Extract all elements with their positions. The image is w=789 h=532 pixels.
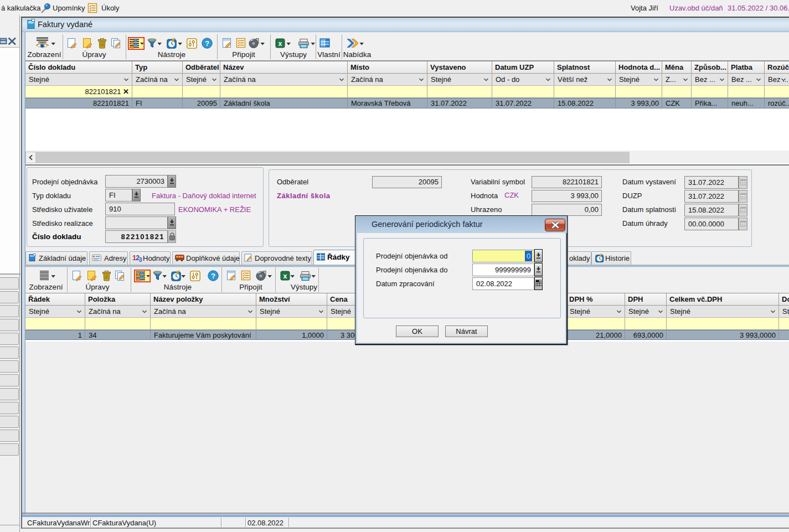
- svg-text:?: ?: [211, 272, 215, 280]
- svg-text:?: ?: [205, 39, 209, 48]
- svg-text:3: 3: [139, 257, 142, 262]
- svg-text:x: x: [279, 40, 282, 48]
- svg-text:x: x: [283, 272, 287, 280]
